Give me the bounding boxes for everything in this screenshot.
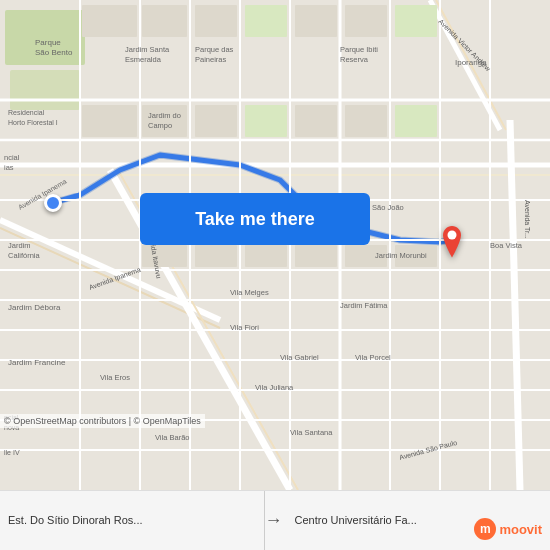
svg-rect-40 [82,105,137,137]
svg-text:Residencial: Residencial [8,109,45,116]
svg-text:Vila Eros: Vila Eros [100,373,130,382]
svg-rect-42 [195,105,237,137]
destination-marker [438,226,466,266]
moovit-icon: m [474,518,496,540]
svg-rect-35 [195,5,237,37]
svg-rect-45 [345,105,387,137]
svg-rect-43 [245,105,287,137]
svg-text:lle IV: lle IV [4,449,20,456]
svg-point-93 [448,231,457,240]
svg-text:Parque: Parque [35,38,61,47]
bottom-bar: Est. Do Sítio Dinorah Ros... → Centro Un… [0,490,550,550]
origin-marker [44,194,62,212]
route-arrow: → [265,510,283,531]
destination-label: Centro Universitário Fa... [295,513,417,527]
svg-text:Vila Barão: Vila Barão [155,433,189,442]
svg-text:Jardim do: Jardim do [148,111,181,120]
svg-text:ias: ias [4,163,14,172]
svg-text:Vila Melges: Vila Melges [230,288,269,297]
svg-text:Esmeralda: Esmeralda [125,55,162,64]
svg-rect-38 [345,5,387,37]
svg-rect-46 [395,105,437,137]
svg-text:Vila Gabriel: Vila Gabriel [280,353,319,362]
svg-text:Jardim Fátima: Jardim Fátima [340,301,388,310]
svg-text:Paineiras: Paineiras [195,55,227,64]
svg-rect-34 [142,5,187,37]
svg-rect-36 [245,5,287,37]
svg-text:ncial: ncial [4,153,20,162]
svg-text:Avenida Tr...: Avenida Tr... [524,200,531,239]
svg-text:Vila Porcel: Vila Porcel [355,353,391,362]
svg-text:Vila Juliana: Vila Juliana [255,383,294,392]
svg-text:Campo: Campo [148,121,172,130]
svg-text:Jardim Santa: Jardim Santa [125,45,170,54]
svg-rect-3 [10,70,80,110]
svg-text:Jardim: Jardim [8,241,31,250]
svg-rect-37 [295,5,337,37]
svg-rect-47 [142,245,187,267]
svg-rect-50 [295,245,337,267]
take-me-there-button[interactable]: Take me there [140,193,370,245]
map-attribution: © OpenStreetMap contributors | © OpenMap… [0,414,205,428]
moovit-logo-text: moovit [499,522,542,537]
svg-rect-33 [82,5,137,37]
origin-label: Est. Do Sítio Dinorah Ros... [8,513,143,527]
svg-text:Vila Santana: Vila Santana [290,428,333,437]
svg-text:Parque Ibiti: Parque Ibiti [340,45,378,54]
svg-text:Jardim Débora: Jardim Débora [8,303,61,312]
svg-text:Jardim Francine: Jardim Francine [8,358,66,367]
svg-rect-44 [295,105,337,137]
moovit-logo: m moovit [474,518,542,540]
svg-text:Boa Vista: Boa Vista [490,241,523,250]
origin-section: Est. Do Sítio Dinorah Ros... [0,491,265,550]
map-container: Parque São Bento Jardim Santa Esmeralda … [0,0,550,490]
svg-rect-48 [195,245,237,267]
svg-text:Horto Florestal I: Horto Florestal I [8,119,58,126]
svg-text:Vila Fiori: Vila Fiori [230,323,259,332]
svg-text:Parque das: Parque das [195,45,234,54]
svg-text:Reserva: Reserva [340,55,369,64]
svg-text:Califórnia: Califórnia [8,251,41,260]
svg-rect-49 [245,245,287,267]
svg-text:São Bento: São Bento [35,48,73,57]
svg-text:Jardim Morunbi: Jardim Morunbi [375,251,427,260]
svg-rect-39 [395,5,437,37]
